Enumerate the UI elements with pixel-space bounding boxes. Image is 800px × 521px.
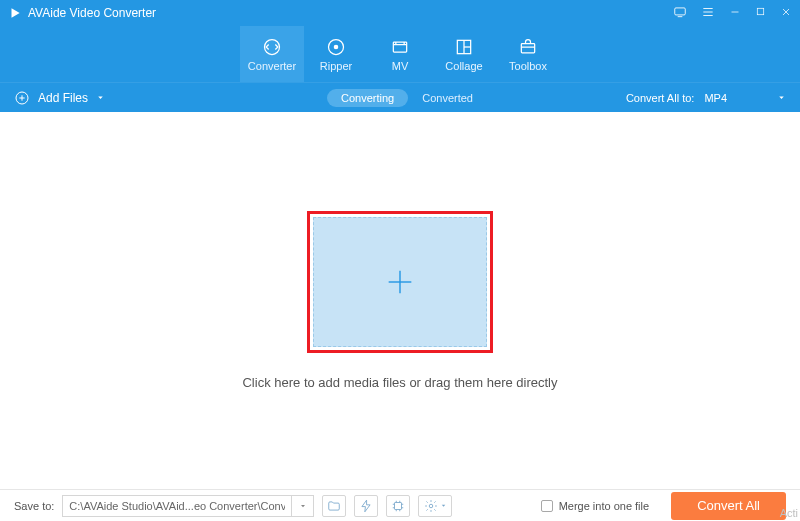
nav-label: Collage: [445, 60, 482, 72]
plus-icon: [383, 265, 417, 299]
merge-checkbox[interactable]: Merge into one file: [541, 500, 650, 512]
chevron-down-icon: [299, 502, 307, 510]
play-logo-icon: [8, 6, 22, 20]
svg-point-27: [429, 504, 433, 508]
nav-label: Ripper: [320, 60, 352, 72]
minimize-button[interactable]: [729, 6, 741, 21]
window-controls: [673, 5, 792, 22]
ripper-icon: [326, 37, 346, 57]
gear-icon: [424, 499, 438, 513]
nav-mv[interactable]: MV: [368, 26, 432, 82]
svg-marker-25: [362, 500, 370, 512]
svg-rect-16: [521, 43, 534, 52]
merge-label: Merge into one file: [559, 500, 650, 512]
nav-label: Toolbox: [509, 60, 547, 72]
app-logo: AVAide Video Converter: [8, 6, 156, 20]
save-path-input[interactable]: [62, 495, 292, 517]
save-to-label: Save to:: [14, 500, 54, 512]
svg-marker-24: [301, 505, 305, 507]
svg-marker-21: [779, 96, 784, 99]
lightning-button[interactable]: [354, 495, 378, 517]
toolbar: Add Files Converting Converted Convert A…: [0, 82, 800, 112]
close-button[interactable]: [780, 6, 792, 21]
converter-icon: [262, 37, 282, 57]
footer: Save to: Merge into one file Convert All: [0, 489, 800, 521]
add-files-label: Add Files: [38, 91, 88, 105]
chip-icon: [391, 499, 405, 513]
output-format-select[interactable]: MP4: [704, 92, 786, 104]
dropzone-hint: Click here to add media files or drag th…: [242, 375, 557, 390]
lightning-icon: [359, 499, 373, 513]
mv-icon: [390, 37, 410, 57]
svg-marker-20: [98, 96, 103, 99]
svg-marker-0: [12, 8, 20, 17]
nav-toolbox[interactable]: Toolbox: [496, 26, 560, 82]
tab-converted[interactable]: Converted: [422, 92, 473, 104]
tab-converting[interactable]: Converting: [327, 89, 408, 107]
settings-button[interactable]: [418, 495, 452, 517]
gpu-button[interactable]: [386, 495, 410, 517]
feedback-icon[interactable]: [673, 5, 687, 22]
folder-icon: [327, 499, 341, 513]
status-tabs: Converting Converted: [327, 89, 473, 107]
add-files-button[interactable]: Add Files: [14, 90, 105, 106]
nav-label: Converter: [248, 60, 296, 72]
plus-circle-icon: [14, 90, 30, 106]
toolbox-icon: [518, 37, 538, 57]
nav-label: MV: [392, 60, 409, 72]
svg-rect-6: [757, 8, 763, 14]
maximize-button[interactable]: [755, 6, 766, 20]
main-area: Click here to add media files or drag th…: [0, 112, 800, 489]
convert-all-button[interactable]: Convert All: [671, 492, 786, 520]
nav-ripper[interactable]: Ripper: [304, 26, 368, 82]
convert-all-to-label: Convert All to:: [626, 92, 694, 104]
collage-icon: [454, 37, 474, 57]
svg-marker-28: [442, 505, 446, 507]
chevron-down-icon: [96, 93, 105, 102]
main-nav: Converter Ripper MV Collage Toolbox: [0, 26, 800, 82]
svg-rect-26: [395, 502, 402, 509]
svg-point-11: [334, 45, 337, 48]
format-value: MP4: [704, 92, 727, 104]
dropzone-highlight: [307, 211, 493, 353]
nav-converter[interactable]: Converter: [240, 26, 304, 82]
convert-all-to: Convert All to: MP4: [626, 92, 786, 104]
checkbox-icon: [541, 500, 553, 512]
chevron-down-icon: [440, 502, 447, 509]
chevron-down-icon: [777, 93, 786, 102]
svg-rect-1: [675, 7, 686, 14]
nav-collage[interactable]: Collage: [432, 26, 496, 82]
menu-icon[interactable]: [701, 5, 715, 22]
open-folder-button[interactable]: [322, 495, 346, 517]
save-path-dropdown[interactable]: [292, 495, 314, 517]
add-media-dropzone[interactable]: [313, 217, 487, 347]
titlebar: AVAide Video Converter: [0, 0, 800, 26]
app-title: AVAide Video Converter: [28, 6, 156, 20]
